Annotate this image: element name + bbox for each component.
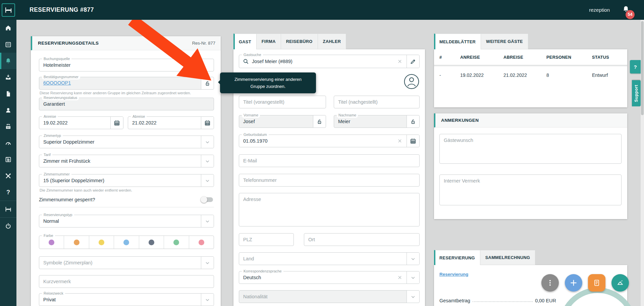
col-persons: PERSONEN (546, 55, 592, 60)
sidebar-item-home[interactable] (0, 20, 16, 36)
last-name-field: Nachname (334, 115, 420, 128)
tab-weitere-gaeste[interactable]: WEITERE GÄSTE (481, 34, 528, 49)
clear-guest-icon[interactable] (397, 58, 403, 64)
address-textarea[interactable] (239, 193, 420, 226)
support-button[interactable]: Support (632, 80, 641, 106)
short-note-input[interactable] (39, 275, 214, 288)
room-type-input[interactable] (39, 136, 214, 148)
scrollbar-thumb[interactable] (641, 21, 644, 115)
country-input[interactable] (239, 253, 419, 265)
reservation-link[interactable]: Reservierung (439, 272, 468, 277)
chevron-down-icon[interactable] (201, 136, 214, 148)
guest-search-input[interactable] (239, 55, 419, 68)
tab-gast[interactable]: GAST (233, 34, 257, 49)
chevron-down-icon[interactable] (407, 253, 419, 265)
phone-input[interactable] (239, 174, 419, 186)
help-button[interactable]: ? (630, 60, 641, 73)
field-label: Reservierungstyp (42, 212, 74, 217)
calendar-icon[interactable] (407, 135, 419, 147)
sidebar-item-checkin[interactable] (0, 69, 16, 86)
first-name-lock-button[interactable] (313, 115, 326, 128)
tab-reisebuero[interactable]: REISEBÜRO (281, 34, 318, 49)
chevron-down-icon[interactable] (201, 215, 214, 227)
rate-input[interactable] (39, 155, 214, 167)
color-swatch-orange[interactable] (64, 236, 89, 249)
city-input[interactable] (304, 234, 419, 246)
color-swatch-pink[interactable] (189, 236, 214, 249)
color-swatch-green[interactable] (164, 236, 189, 249)
sidebar-item-logout[interactable] (0, 218, 16, 234)
reservation-status-field: Reservierungsstatus (39, 98, 214, 110)
field-label: Reservierungsstatus (42, 95, 79, 100)
symbols-select (39, 256, 214, 269)
sidebar-item-documents[interactable] (0, 86, 16, 102)
internal-note-textarea[interactable] (439, 174, 622, 205)
room-lock-toggle[interactable] (201, 197, 213, 202)
clear-language-icon[interactable] (397, 274, 403, 280)
color-swatch-gray[interactable] (139, 236, 164, 249)
topbar: RESERVIERUNG #877 rezeption 54 (0, 0, 644, 20)
registration-table-row[interactable]: - 19.02.2022 21.02.2022 8 Entwurf (434, 66, 627, 84)
reports-window-icon (5, 156, 12, 163)
field-label: Buchungsquelle (42, 56, 71, 61)
col-number: # (439, 55, 460, 60)
clear-birth-date-icon[interactable] (397, 138, 403, 144)
email-field (239, 154, 420, 167)
notifications-button[interactable]: 54 (622, 5, 631, 15)
tab-sammelrechnung[interactable]: SAMMELRECHNUNG (480, 250, 536, 265)
help-icon: ? (6, 189, 10, 196)
chevron-down-icon[interactable] (201, 294, 214, 306)
sidebar-item-dashboard[interactable] (0, 135, 16, 151)
chevron-down-icon[interactable] (407, 291, 419, 303)
receipt-icon (592, 278, 601, 287)
color-swatch-blue[interactable] (114, 236, 139, 249)
sidebar-item-roomplan[interactable] (0, 36, 16, 53)
chevron-down-icon[interactable] (201, 155, 214, 167)
last-name-lock-button[interactable] (407, 115, 419, 128)
sidebar-item-guests[interactable] (0, 102, 16, 118)
travel-purpose-input[interactable] (39, 294, 214, 306)
tab-reservierung[interactable]: RESERVIERUNG (434, 250, 480, 265)
email-input[interactable] (239, 155, 419, 167)
field-label: Anreise (42, 114, 58, 119)
chevron-down-icon[interactable] (201, 257, 214, 269)
symbols-input[interactable] (39, 257, 214, 269)
cell-persons: 8 (546, 72, 592, 78)
add-fab[interactable] (565, 274, 582, 292)
short-note-field (39, 275, 214, 288)
tab-zahler[interactable]: ZAHLER (318, 34, 346, 49)
chevron-down-icon[interactable] (407, 271, 419, 284)
sidebar-item-cash-register[interactable] (0, 118, 16, 135)
sidebar-item-hotel[interactable] (0, 201, 16, 217)
color-swatch-yellow[interactable] (89, 236, 114, 249)
sidebar-item-help[interactable]: ? (0, 184, 16, 201)
guest-avatar-button[interactable] (404, 73, 420, 90)
cell-status: Entwurf (592, 72, 622, 78)
registration-panel: # ANREISE ABREISE PERSONEN STATUS - 19.0… (434, 49, 627, 107)
swatch-dot (173, 240, 179, 245)
calendar-icon[interactable] (201, 117, 214, 129)
sidebar: ? (0, 20, 16, 306)
invoice-fab[interactable] (588, 274, 605, 292)
title-pre-input[interactable] (239, 96, 326, 108)
field-label: Abreise (131, 114, 147, 119)
title-pre-field (239, 96, 326, 108)
guest-wish-textarea[interactable] (439, 134, 622, 164)
page-title: RESERVIERUNG #877 (30, 6, 94, 13)
tab-firma[interactable]: FIRMA (257, 34, 281, 49)
more-actions-fab[interactable] (541, 274, 559, 292)
zip-input[interactable] (239, 234, 293, 246)
group-lock-button[interactable] (201, 77, 214, 89)
sidebar-item-reservations[interactable] (0, 53, 16, 69)
field-label: Vorname (242, 113, 260, 118)
calendar-icon[interactable] (110, 117, 123, 129)
sidebar-item-reports[interactable] (0, 151, 16, 168)
tab-meldeblaetter[interactable]: MELDEBLÄTTER (434, 34, 481, 49)
sidebar-item-settings-tools[interactable] (0, 168, 16, 184)
edit-guest-button[interactable] (407, 55, 419, 68)
reception-bell-fab[interactable] (611, 274, 629, 292)
chevron-down-icon[interactable] (201, 174, 214, 187)
logged-in-user: rezeption (589, 7, 610, 13)
nationality-input[interactable] (239, 291, 419, 303)
title-post-input[interactable] (334, 96, 419, 108)
